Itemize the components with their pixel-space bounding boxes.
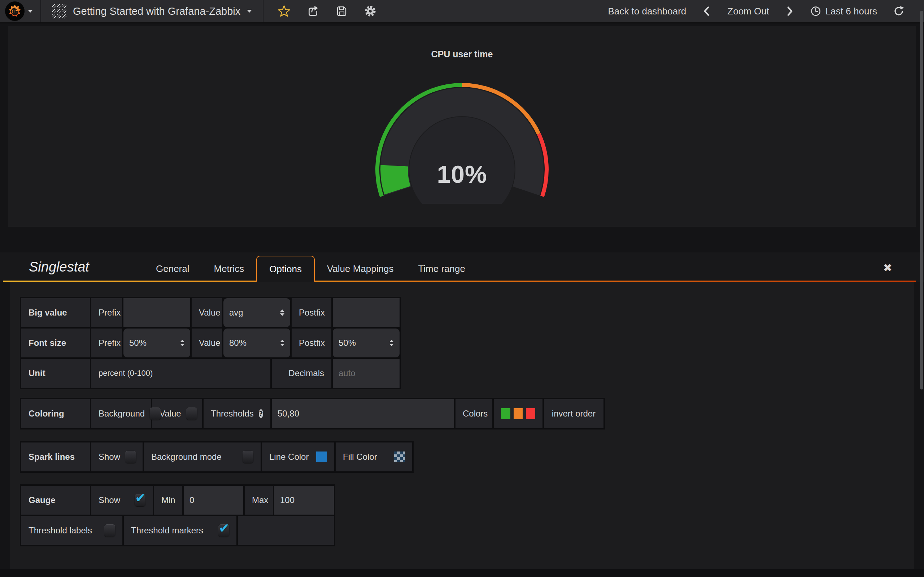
min-label: Min xyxy=(154,486,182,515)
save-icon xyxy=(336,5,347,17)
thresholds-label: Thresholds xyxy=(211,409,254,419)
refresh-button[interactable] xyxy=(893,5,905,17)
share-button[interactable] xyxy=(307,5,319,17)
threshold-markers-cell: Threshold markers xyxy=(124,516,236,545)
value-stat-selected: avg xyxy=(229,308,243,318)
scrollbar[interactable] xyxy=(920,11,923,390)
threshold-color-swatch-orange[interactable] xyxy=(514,408,523,419)
value-options-table: Big value Prefix Value avg Postfix Font … xyxy=(20,297,401,389)
zoom-out-button[interactable]: Zoom Out xyxy=(725,5,771,17)
gear-icon xyxy=(364,5,377,18)
gauge-show-checkbox[interactable] xyxy=(135,494,145,506)
spark-lines-label: Spark lines xyxy=(21,443,90,471)
settings-button[interactable] xyxy=(364,5,377,18)
thresholds-input-cell xyxy=(272,399,454,428)
tab-value-mappings[interactable]: Value Mappings xyxy=(315,256,406,282)
help-icon[interactable]: ? xyxy=(259,409,263,418)
back-to-dashboard-button[interactable]: Back to dashboard xyxy=(606,5,689,17)
prefix-size-select[interactable]: 50% xyxy=(123,329,190,357)
refresh-icon xyxy=(893,5,905,17)
invert-order-button[interactable]: invert order xyxy=(544,399,604,428)
gauge-max-input[interactable] xyxy=(274,486,334,515)
spark-lines-row: Spark lines Show Background mode Line Co… xyxy=(21,443,412,471)
prefix-label: Prefix xyxy=(91,298,122,327)
tab-metrics[interactable]: Metrics xyxy=(202,256,257,282)
star-icon xyxy=(278,5,290,17)
background-label: Background xyxy=(99,409,145,419)
dashboard-actions xyxy=(263,5,377,18)
star-button[interactable] xyxy=(278,5,290,17)
postfix-input-cell xyxy=(333,298,399,327)
font-size-row: Font size Prefix 50% Value 80% Postfix 5… xyxy=(21,329,399,357)
time-picker-button[interactable]: Last 6 hours xyxy=(808,5,879,17)
threshold-markers-checkbox[interactable] xyxy=(218,524,229,537)
time-shift-left-button[interactable] xyxy=(702,5,711,17)
value-checkbox[interactable] xyxy=(186,408,197,420)
threshold-color-swatch-red[interactable] xyxy=(526,408,535,419)
big-value-postfix-input[interactable] xyxy=(333,298,399,327)
decimals-input[interactable] xyxy=(333,359,399,388)
tab-underline xyxy=(3,280,916,282)
empty-cell xyxy=(238,516,334,545)
dashboard-picker[interactable]: Getting Started with Grafana-Zabbix xyxy=(41,0,263,23)
tab-options[interactable]: Options xyxy=(256,256,315,282)
postfix-label: Postfix xyxy=(292,329,331,357)
gauge-options-table: Gauge Show Min Max Threshold labels Thre… xyxy=(20,484,335,546)
dashboard-title[interactable]: Getting Started with Grafana-Zabbix xyxy=(73,5,241,17)
decimals-label: Decimals xyxy=(272,359,331,388)
gauge-label: Gauge xyxy=(21,486,90,515)
unit-picker-link[interactable]: percent (0-100) xyxy=(91,359,270,388)
panel-title[interactable]: CPU user time xyxy=(8,49,916,60)
prefix-size-selected: 50% xyxy=(129,338,147,348)
max-label: Max xyxy=(245,486,273,515)
postfix-label: Postfix xyxy=(292,298,331,327)
fill-color-label: Fill Color xyxy=(343,452,377,462)
threshold-labels-checkbox[interactable] xyxy=(104,524,115,537)
value-stat-select[interactable]: avg xyxy=(223,298,290,327)
dashboard-icon xyxy=(52,4,66,18)
gauge-value: 10% xyxy=(8,160,916,188)
share-icon xyxy=(307,5,319,17)
coloring-row: Coloring Background Value Thresholds ? C… xyxy=(21,399,604,428)
postfix-size-selected: 50% xyxy=(339,338,356,348)
options-tab-content: Big value Prefix Value avg Postfix Font … xyxy=(10,282,914,569)
threshold-color-swatch-green[interactable] xyxy=(501,408,510,419)
postfix-size-select[interactable]: 50% xyxy=(333,329,399,357)
min-input-cell xyxy=(184,486,243,515)
colors-label: Colors xyxy=(456,399,492,428)
tab-general[interactable]: General xyxy=(144,256,202,282)
gauge-min-input[interactable] xyxy=(184,486,243,515)
time-shift-right-button[interactable] xyxy=(785,5,795,17)
select-arrows-icon xyxy=(389,340,394,346)
thresholds-input[interactable] xyxy=(272,399,454,428)
save-button[interactable] xyxy=(336,5,347,17)
threshold-labels-label: Threshold labels xyxy=(29,525,92,535)
line-color-swatch[interactable] xyxy=(316,451,327,462)
select-arrows-icon xyxy=(280,309,284,316)
gauge-show-cell: Show xyxy=(91,486,153,515)
thresholds-label-cell: Thresholds ? xyxy=(204,399,270,428)
select-arrows-icon xyxy=(280,340,284,346)
sparkline-show-checkbox[interactable] xyxy=(125,451,136,463)
line-color-cell: Line Color xyxy=(262,443,334,471)
big-value-row: Big value Prefix Value avg Postfix xyxy=(21,298,399,327)
close-editor-button[interactable]: ✖ xyxy=(881,261,894,274)
coloring-table: Coloring Background Value Thresholds ? C… xyxy=(20,398,605,429)
background-mode-cell: Background mode xyxy=(144,443,261,471)
tab-time-range[interactable]: Time range xyxy=(406,256,478,282)
max-input-cell xyxy=(274,486,334,515)
background-mode-checkbox[interactable] xyxy=(242,451,254,463)
background-checkbox[interactable] xyxy=(150,408,161,420)
fill-color-swatch[interactable] xyxy=(394,451,405,462)
background-toggle-cell: Background xyxy=(91,399,151,428)
grafana-main-menu[interactable] xyxy=(0,0,41,23)
line-color-label: Line Color xyxy=(269,452,309,462)
prefix-label: Prefix xyxy=(91,329,122,357)
value-label: Value xyxy=(160,409,181,419)
color-swatches-cell xyxy=(494,399,543,428)
big-value-prefix-input[interactable] xyxy=(123,298,190,327)
caret-down-icon xyxy=(247,10,252,13)
threshold-labels-cell: Threshold labels xyxy=(21,516,122,545)
font-size-label: Font size xyxy=(21,329,90,357)
value-size-select[interactable]: 80% xyxy=(223,329,290,357)
